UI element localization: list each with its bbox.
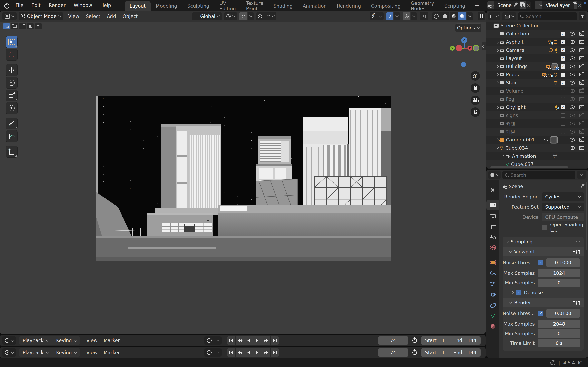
current-frame-field[interactable]: 74 bbox=[378, 336, 408, 345]
outliner-row[interactable]: Scene Collection bbox=[486, 22, 588, 30]
camera-view-button[interactable] bbox=[471, 96, 480, 105]
filter-button[interactable] bbox=[579, 12, 586, 20]
horizontal-scrollbar[interactable] bbox=[490, 166, 568, 168]
properties-tab-material[interactable] bbox=[486, 321, 499, 332]
play-reverse-button[interactable] bbox=[244, 336, 253, 345]
search-input[interactable] bbox=[526, 14, 575, 19]
outliner-row[interactable]: Props52▽10✓ bbox=[486, 71, 588, 79]
properties-tab-output[interactable] bbox=[486, 210, 499, 221]
exclude-checkbox[interactable] bbox=[561, 113, 565, 118]
current-frame-field[interactable]: 74 bbox=[378, 349, 408, 357]
proportional-falloff-dropdown[interactable] bbox=[264, 12, 277, 20]
hide-viewport-toggle[interactable] bbox=[570, 146, 575, 150]
marker-menu[interactable]: Marker bbox=[104, 350, 120, 355]
expand-toggle[interactable] bbox=[494, 74, 500, 76]
options-dropdown[interactable]: Options bbox=[455, 24, 481, 32]
snap-toggle[interactable] bbox=[239, 12, 247, 20]
snap-settings-dropdown[interactable] bbox=[248, 12, 254, 20]
feature-set-dropdown[interactable]: Supported bbox=[542, 203, 584, 211]
shading-solid-button[interactable] bbox=[441, 12, 449, 20]
sidebar-toggle[interactable] bbox=[482, 42, 485, 50]
hide-viewport-toggle[interactable] bbox=[570, 48, 575, 52]
gizmo-dropdown[interactable] bbox=[377, 12, 384, 20]
properties-tab-physics[interactable] bbox=[486, 289, 499, 300]
disable-render-toggle[interactable] bbox=[579, 114, 584, 117]
vertical-scrollbar[interactable] bbox=[586, 182, 587, 250]
scene-name[interactable]: Scene bbox=[494, 3, 520, 8]
properties-tab-data[interactable]: ▽ bbox=[486, 310, 499, 321]
jump-to-start-button[interactable] bbox=[227, 349, 235, 357]
osl-checkbox[interactable] bbox=[542, 225, 547, 230]
tool-annotate[interactable] bbox=[6, 118, 17, 129]
scene-browse-button[interactable] bbox=[487, 1, 494, 9]
disable-render-toggle[interactable] bbox=[579, 40, 584, 44]
viewlayer-name[interactable]: ViewLayer bbox=[542, 3, 574, 8]
exclude-checkbox[interactable] bbox=[561, 130, 565, 134]
disable-render-toggle[interactable] bbox=[579, 130, 584, 133]
disable-render-toggle[interactable] bbox=[579, 48, 584, 52]
start-frame-field[interactable]: Start1 bbox=[421, 349, 449, 357]
pin-icon[interactable] bbox=[581, 185, 583, 188]
show-gizmo-toggle[interactable]: 0 bbox=[370, 12, 377, 20]
marker-menu[interactable]: Marker bbox=[104, 338, 120, 343]
select-mode-new[interactable] bbox=[3, 24, 10, 29]
next-keyframe-button[interactable] bbox=[262, 336, 270, 345]
disable-render-toggle[interactable] bbox=[579, 73, 584, 76]
exclude-checkbox[interactable]: ✓ bbox=[561, 56, 565, 60]
menubar-item[interactable]: File bbox=[11, 3, 27, 8]
editor-type-button[interactable] bbox=[2, 349, 16, 357]
hide-viewport-toggle[interactable] bbox=[570, 73, 575, 76]
properties-tab-world[interactable] bbox=[486, 242, 499, 253]
disable-render-toggle[interactable] bbox=[579, 97, 584, 101]
overlays-dropdown[interactable] bbox=[411, 12, 417, 20]
workspace-tab[interactable]: Compositing bbox=[366, 1, 406, 11]
outliner-row[interactable]: Buildings10▽49✓ bbox=[486, 62, 588, 71]
blender-logo-icon[interactable] bbox=[4, 3, 9, 8]
view-menu[interactable]: View bbox=[86, 350, 98, 355]
use-preview-range-button[interactable] bbox=[411, 338, 418, 343]
properties-tab-constraints[interactable] bbox=[486, 300, 499, 310]
exclude-checkbox[interactable] bbox=[561, 97, 565, 101]
disable-render-toggle[interactable] bbox=[579, 57, 584, 60]
properties-tab-render[interactable] bbox=[486, 200, 499, 210]
noise-threshold-value[interactable]: 0.1000 bbox=[546, 258, 580, 267]
preset-sliders-icon[interactable] bbox=[574, 300, 580, 305]
shading-rendered-button[interactable] bbox=[458, 12, 466, 20]
workspace-tab[interactable]: Sculpting bbox=[182, 1, 214, 11]
disable-render-toggle[interactable] bbox=[579, 146, 584, 150]
exclude-checkbox[interactable]: ✓ bbox=[561, 81, 565, 85]
noise-threshold-checkbox[interactable]: ✓ bbox=[538, 311, 544, 316]
gizmo-options-dropdown[interactable] bbox=[394, 12, 400, 20]
editor-type-button[interactable] bbox=[2, 12, 17, 20]
previous-keyframe-button[interactable] bbox=[236, 349, 244, 357]
proportional-edit-toggle[interactable] bbox=[256, 12, 264, 20]
hide-viewport-toggle[interactable] bbox=[570, 122, 575, 125]
view-menu[interactable]: View bbox=[86, 338, 98, 343]
workspace-tab[interactable]: UV Editing bbox=[214, 1, 241, 11]
workspace-tab[interactable]: Scripting bbox=[439, 1, 470, 11]
exclude-checkbox[interactable]: ✓ bbox=[561, 64, 565, 69]
hide-viewport-toggle[interactable] bbox=[570, 89, 575, 93]
menubar-item[interactable]: Render bbox=[45, 3, 70, 8]
auto-keying-toggle[interactable] bbox=[204, 336, 214, 345]
select-mode-intersect[interactable] bbox=[35, 24, 42, 29]
play-button[interactable] bbox=[253, 349, 261, 357]
end-frame-field[interactable]: End144 bbox=[449, 336, 481, 345]
expand-toggle[interactable] bbox=[500, 155, 506, 157]
tool-add-cube[interactable] bbox=[6, 146, 17, 158]
jump-to-end-button[interactable] bbox=[271, 336, 279, 345]
auto-keying-toggle[interactable] bbox=[204, 349, 214, 357]
denoise-checkbox[interactable]: ✓ bbox=[516, 290, 521, 295]
editor-type-button[interactable] bbox=[488, 12, 501, 20]
chevron-right-icon[interactable] bbox=[511, 291, 514, 294]
outliner-row[interactable]: Fog bbox=[486, 95, 588, 103]
outliner-row[interactable]: 커텐 bbox=[486, 119, 588, 128]
viewport-menu-item[interactable]: Select bbox=[82, 14, 104, 19]
workspace-tab[interactable]: Geometry Nodes bbox=[406, 1, 439, 11]
max-samples-value[interactable]: 1024 bbox=[538, 269, 580, 277]
exclude-checkbox[interactable]: ✓ bbox=[561, 48, 565, 52]
outliner-row[interactable]: Asphalt▽8✓ bbox=[486, 38, 588, 46]
menubar-item[interactable]: Help bbox=[96, 3, 115, 8]
pause-render-button[interactable] bbox=[477, 12, 485, 20]
render-engine-dropdown[interactable]: Cycles bbox=[542, 192, 584, 201]
